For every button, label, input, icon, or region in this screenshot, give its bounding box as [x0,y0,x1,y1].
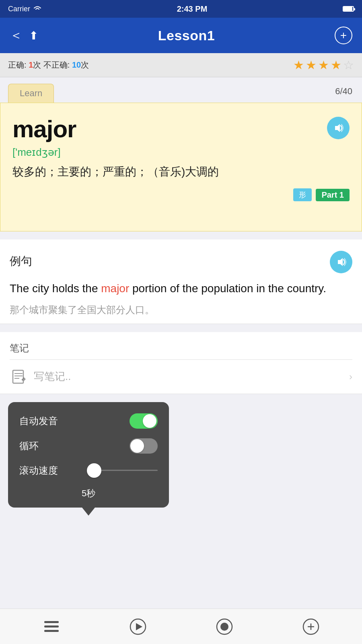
tag-part: Part 1 [316,189,350,201]
star-1: ★ [293,58,304,72]
star-2: ★ [306,58,317,72]
correct-unit: 次 [33,60,43,69]
tag-type: 形 [293,188,312,201]
status-bar: Carrier 2:43 PM [0,0,362,18]
speed-row: 滚动速度 [19,463,158,478]
stars-rating[interactable]: ★ ★ ★ ★ ☆ [293,58,354,72]
battery-icon [343,6,354,12]
speed-label: 滚动速度 [19,464,58,477]
nav-left: ＜ ⬆ [10,27,38,44]
notepad-icon [10,369,27,385]
definition-display: 较多的；主要的；严重的；（音乐)大调的 [12,163,350,180]
speaker-icon [333,122,344,134]
status-time: 2:43 PM [177,4,208,14]
word-card: major ['meɪdʒər] 较多的；主要的；严重的；（音乐)大调的 形 P… [0,103,362,231]
example-highlight: major [101,282,129,295]
record-icon [216,618,233,636]
loop-label: 循环 [19,440,39,452]
more-button[interactable] [299,615,323,639]
phonetic-display: ['meɪdʒər] [12,146,350,159]
gap-1 [0,231,362,239]
correct-count: 1 [29,60,33,69]
notes-placeholder: 写笔记.. [34,369,343,384]
add-button[interactable]: + [335,27,352,44]
play-icon [129,618,147,636]
svg-marker-11 [136,623,142,630]
word-row: major [12,115,350,143]
card-counter: 6/40 [335,86,352,97]
loop-thumb [130,439,144,453]
nav-bar: ＜ ⬆ Lesson1 + [0,18,362,53]
svg-rect-8 [44,625,59,627]
settings-pointer [82,508,95,516]
battery-fill [343,7,352,11]
learn-tab[interactable]: Learn [8,84,54,103]
list-button[interactable] [39,615,64,639]
wifi-icon [33,6,41,12]
svg-point-13 [220,623,228,631]
more-icon [302,618,320,636]
wrong-unit: 次 [81,60,89,69]
correct-label: 正确: [8,60,29,69]
loop-row: 循环 [19,438,158,454]
notes-chevron-icon: › [349,371,352,382]
notes-icon [10,368,27,386]
example-header: 例句 [10,249,352,273]
svg-marker-1 [338,258,343,266]
nav-title: Lesson1 [158,28,215,43]
example-section: 例句 The city holds the major portion of t… [0,239,362,324]
auto-sound-row: 自动发音 [19,413,158,429]
svg-rect-9 [44,630,59,632]
card-container: Learn 6/40 major ['meɪdʒər] 较多的；主要的；严重的；… [0,77,362,231]
status-left: Carrier [8,5,41,13]
speed-value-row: 5秒 [19,487,158,500]
play-button[interactable] [126,615,150,639]
carrier-label: Carrier [8,5,30,13]
gap-2 [0,324,362,332]
example-before: The city holds the [10,282,101,295]
card-footer: 形 Part 1 [12,188,350,201]
notes-input-row[interactable]: 写笔记.. › [10,360,352,394]
speed-value: 5秒 [82,488,95,498]
notes-title: 笔记 [10,343,29,353]
settings-wrapper: 自动发音 循环 滚动速度 5秒 [0,394,362,508]
loop-toggle[interactable] [130,438,158,454]
list-icon [43,618,60,636]
example-sound-button[interactable] [330,251,352,273]
auto-sound-label: 自动发音 [19,415,58,427]
example-speaker-icon [335,256,347,268]
star-4: ★ [331,58,341,72]
example-translation: 那个城市聚集了全国大部分人口。 [10,303,352,317]
word-sound-button[interactable] [327,117,350,139]
slider-track [101,470,158,471]
example-title: 例句 [10,254,32,269]
up-button[interactable]: ⬆ [29,29,38,42]
example-text: The city holds the major portion of the … [10,280,352,298]
plus-icon: + [340,29,347,42]
star-5: ☆ [343,58,354,72]
example-after: portion of the population in the country… [129,282,326,295]
speed-slider[interactable] [87,463,158,478]
bottom-toolbar [0,609,362,644]
svg-rect-7 [44,621,59,623]
svg-rect-2 [13,370,23,383]
back-button[interactable]: ＜ [10,27,23,44]
auto-sound-toggle[interactable] [130,413,158,429]
notes-section: 笔记 写笔记.. › [0,332,362,394]
svg-marker-0 [335,124,340,132]
settings-panel: 自动发音 循环 滚动速度 5秒 [8,402,169,508]
auto-sound-thumb [143,414,156,428]
stats-bar: 正确: 1次 不正确: 10次 ★ ★ ★ ★ ☆ [0,53,362,77]
stats-text: 正确: 1次 不正确: 10次 [8,60,89,70]
wrong-label: 不正确: [43,60,72,69]
wrong-count: 10 [72,60,81,69]
record-button[interactable] [212,615,237,639]
word-display: major [12,115,76,143]
slider-thumb [87,463,101,478]
star-3: ★ [318,58,329,72]
